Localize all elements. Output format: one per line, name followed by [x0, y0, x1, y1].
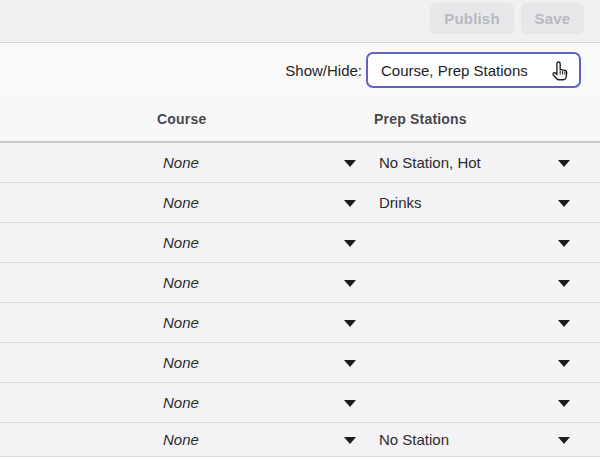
chevron-down-icon[interactable] [558, 400, 570, 407]
course-dropdown[interactable]: None [163, 343, 363, 382]
show-hide-select-value: Course, Prep Stations [381, 62, 528, 79]
course-dropdown[interactable]: None [163, 303, 363, 342]
table-row: None [0, 263, 600, 303]
course-dropdown[interactable]: None [163, 143, 363, 182]
publish-button[interactable]: Publish [430, 3, 514, 34]
course-dropdown[interactable]: None [163, 383, 363, 422]
table-row: None [0, 223, 600, 263]
course-value: None [163, 431, 199, 448]
prep-value: No Station [379, 431, 449, 448]
course-dropdown[interactable]: None [163, 223, 363, 262]
prep-stations-dropdown[interactable]: No Station [379, 423, 549, 456]
chevron-down-icon[interactable] [558, 360, 570, 367]
chevron-down-icon[interactable] [558, 320, 570, 327]
prep-stations-dropdown[interactable] [379, 223, 549, 262]
chevron-down-icon[interactable] [558, 437, 570, 444]
chevron-down-icon[interactable] [344, 160, 356, 167]
course-value: None [163, 154, 199, 171]
table-row: None [0, 303, 600, 343]
table-row: None [0, 383, 600, 423]
prep-stations-dropdown[interactable] [379, 303, 549, 342]
chevron-down-icon[interactable] [558, 240, 570, 247]
prep-value: Drinks [379, 194, 422, 211]
table-header: Course Prep Stations [0, 96, 600, 143]
course-dropdown[interactable]: None [163, 183, 363, 222]
course-value: None [163, 394, 199, 411]
chevron-down-icon[interactable] [558, 280, 570, 287]
menu-editor-page: Publish Save Show/Hide: Course, Prep Sta… [0, 0, 600, 460]
show-hide-row: Show/Hide: Course, Prep Stations [0, 44, 600, 96]
prep-stations-dropdown[interactable] [379, 343, 549, 382]
chevron-down-icon[interactable] [344, 240, 356, 247]
prep-stations-dropdown[interactable] [379, 263, 549, 302]
course-dropdown[interactable]: None [163, 263, 363, 302]
table-row: None No Station [0, 423, 600, 457]
save-button[interactable]: Save [521, 3, 584, 34]
chevron-down-icon[interactable] [344, 200, 356, 207]
chevron-down-icon[interactable] [344, 400, 356, 407]
table-row: None Drinks [0, 183, 600, 223]
chevron-down-icon[interactable] [344, 437, 356, 444]
prep-stations-dropdown[interactable] [379, 383, 549, 422]
course-value: None [163, 234, 199, 251]
toolbar: Publish Save [0, 0, 600, 43]
course-dropdown[interactable]: None [163, 423, 363, 456]
prep-value: No Station, Hot [379, 154, 481, 171]
show-hide-select[interactable]: Course, Prep Stations [366, 52, 581, 88]
column-header-course: Course [157, 111, 206, 127]
chevron-down-icon[interactable] [558, 200, 570, 207]
prep-stations-dropdown[interactable]: Drinks [379, 183, 549, 222]
course-value: None [163, 194, 199, 211]
course-value: None [163, 314, 199, 331]
course-value: None [163, 354, 199, 371]
chevron-down-icon[interactable] [344, 280, 356, 287]
chevron-down-icon[interactable] [558, 160, 570, 167]
table-row: None No Station, Hot [0, 143, 600, 183]
table-body: None No Station, Hot None Drinks None [0, 143, 600, 457]
chevron-down-icon[interactable] [344, 360, 356, 367]
show-hide-label: Show/Hide: [285, 62, 362, 79]
course-value: None [163, 274, 199, 291]
column-header-prep-stations: Prep Stations [374, 111, 467, 127]
prep-stations-dropdown[interactable]: No Station, Hot [379, 143, 549, 182]
table-row: None [0, 343, 600, 383]
chevron-down-icon[interactable] [344, 320, 356, 327]
